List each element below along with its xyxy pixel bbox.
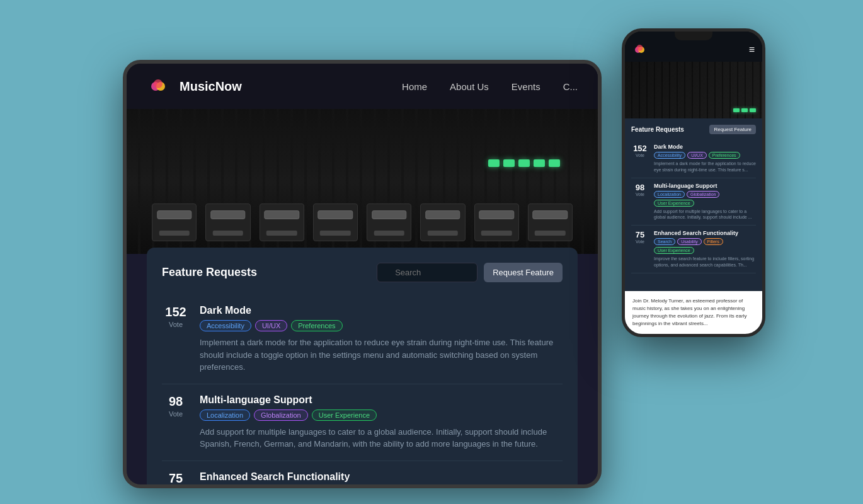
- phone-green-leds: [733, 108, 756, 112]
- panel-controls: 🔍 Request Feature: [377, 263, 563, 282]
- fader-1: [152, 203, 197, 241]
- tag: Accessibility: [200, 320, 251, 331]
- phone-feature-content: Dark Mode AccessibilityUI/UXPreferences …: [654, 144, 756, 173]
- phone-tag: Search: [654, 238, 675, 245]
- phone-vote-count: 152: [633, 144, 647, 153]
- feature-description: Implement a dark mode for the applicatio…: [200, 336, 563, 374]
- feature-item: 152 Vote Dark Mode AccessibilityUI/UXPre…: [162, 295, 563, 384]
- phone-notch: [675, 32, 712, 40]
- green-btn-1: [488, 159, 500, 167]
- phone-text-block: Join Dr. Melody Turner, an esteemed prof…: [625, 291, 762, 334]
- phone-tag: Usability: [677, 238, 701, 245]
- phone-feature-tags: LocalizationGlobalizationUser Experience: [654, 191, 756, 207]
- phone-feature-desc: Improve the search feature to include fi…: [654, 256, 756, 268]
- feature-name: Dark Mode: [200, 305, 563, 316]
- phone-feature-name: Multi-language Support: [654, 183, 756, 189]
- nav-more[interactable]: C...: [563, 81, 578, 92]
- nav-about[interactable]: About Us: [450, 81, 489, 92]
- vote-button[interactable]: Vote: [165, 409, 186, 419]
- phone-tag: Globalization: [687, 191, 719, 198]
- fader-4: [313, 203, 358, 241]
- phone-screen: ≡ Feature Requests Request Feature 152 V…: [625, 32, 762, 334]
- search-input[interactable]: [377, 263, 477, 282]
- phone-hero: [625, 62, 762, 118]
- request-feature-button[interactable]: Request Feature: [484, 263, 563, 282]
- fader-5: [367, 203, 411, 241]
- phone-tag: User Experience: [654, 247, 694, 254]
- phone-panel-title: Feature Requests: [631, 126, 684, 133]
- phone-feature-desc: Add support for multiple languages to ca…: [654, 209, 756, 221]
- feature-name: Multi-language Support: [200, 394, 563, 406]
- feature-description: Add support for multiple languages to ca…: [200, 426, 563, 450]
- vote-box: 75 Vote: [162, 471, 190, 485]
- feature-content: Multi-language Support LocalizationGloba…: [200, 394, 563, 450]
- vote-count: 152: [165, 305, 186, 319]
- phone-tag: Filters: [704, 238, 723, 245]
- green-btn-4: [534, 159, 545, 167]
- tablet-screen: MusicNow Home About Us Events C...: [127, 64, 598, 484]
- phone-feature-list: 152 Vote Dark Mode AccessibilityUI/UXPre…: [631, 139, 756, 273]
- phone-led-1: [733, 108, 740, 112]
- nav-events[interactable]: Events: [512, 81, 540, 92]
- nav-links: Home About Us Events C...: [402, 81, 578, 92]
- tag: UI/UX: [255, 320, 287, 331]
- phone-vote-box: 75 Vote: [631, 230, 649, 268]
- feature-item: 75 Vote Enhanced Search Functionality Se…: [162, 461, 563, 485]
- feature-list: 152 Vote Dark Mode AccessibilityUI/UXPre…: [162, 295, 563, 484]
- tag: User Experience: [312, 410, 377, 421]
- nav-home[interactable]: Home: [402, 81, 427, 92]
- logo-icon: [147, 75, 169, 98]
- vote-count: 98: [169, 394, 183, 409]
- feature-content: Dark Mode AccessibilityUI/UXPreferences …: [200, 305, 563, 374]
- phone-vote-label: Vote: [636, 239, 644, 244]
- phone-vote-box: 152 Vote: [631, 144, 649, 173]
- phone-feature-name: Enhanced Search Functionality: [654, 230, 756, 236]
- phone-vote-count: 98: [636, 183, 644, 192]
- tag: Globalization: [254, 410, 308, 421]
- tag: Localization: [200, 410, 250, 421]
- phone-vote-label: Vote: [636, 192, 644, 197]
- phone-panel-header: Feature Requests Request Feature: [631, 125, 756, 134]
- vote-button[interactable]: Vote: [165, 319, 186, 329]
- fader-7: [474, 203, 519, 241]
- vote-count: 75: [169, 471, 183, 485]
- tablet-device: MusicNow Home About Us Events C...: [123, 60, 602, 488]
- phone-feature-item: 98 Vote Multi-language Support Localizat…: [631, 178, 756, 226]
- feature-tags: AccessibilityUI/UXPreferences: [200, 320, 563, 331]
- phone-device: ≡ Feature Requests Request Feature 152 V…: [622, 28, 765, 337]
- phone-vote-box: 98 Vote: [631, 183, 649, 221]
- phone-feature-panel: Feature Requests Request Feature 152 Vot…: [625, 118, 762, 291]
- green-btn-5: [549, 159, 560, 167]
- phone-feature-content: Enhanced Search Functionality SearchUsab…: [654, 230, 756, 268]
- phone-feature-content: Multi-language Support LocalizationGloba…: [654, 183, 756, 221]
- svg-point-5: [637, 45, 643, 51]
- green-btn-3: [518, 159, 530, 167]
- phone-feature-item: 152 Vote Dark Mode AccessibilityUI/UXPre…: [631, 139, 756, 178]
- search-wrapper: 🔍: [377, 263, 477, 282]
- phone-request-button[interactable]: Request Feature: [709, 125, 756, 134]
- phone-vote-label: Vote: [636, 153, 644, 158]
- phone-tag: UI/UX: [687, 152, 707, 159]
- panel-title: Feature Requests: [162, 266, 257, 279]
- app-name: MusicNow: [180, 79, 242, 94]
- tablet-nav: MusicNow Home About Us Events C...: [127, 64, 598, 109]
- phone-tag: Accessibility: [654, 152, 685, 159]
- hero-image: [127, 109, 598, 254]
- green-btn-2: [503, 159, 515, 167]
- feature-name: Enhanced Search Functionality: [200, 471, 563, 483]
- fader-2: [205, 203, 250, 241]
- phone-tag: Preferences: [709, 152, 740, 159]
- vote-box: 98 Vote: [162, 394, 190, 419]
- panel-header: Feature Requests 🔍 Request Feature: [162, 263, 563, 282]
- svg-point-2: [154, 79, 163, 88]
- phone-feature-desc: Implement a dark mode for the applicatio…: [654, 161, 756, 173]
- phone-feature-name: Dark Mode: [654, 144, 756, 150]
- fader-8: [528, 203, 573, 241]
- feature-item: 98 Vote Multi-language Support Localizat…: [162, 384, 563, 461]
- phone-led-3: [750, 108, 756, 112]
- fader-6: [420, 203, 465, 241]
- phone-menu-icon[interactable]: ≡: [749, 44, 755, 55]
- vote-box: 152 Vote: [162, 305, 190, 329]
- mixer-buttons: [488, 159, 560, 167]
- tag: Preferences: [291, 320, 342, 331]
